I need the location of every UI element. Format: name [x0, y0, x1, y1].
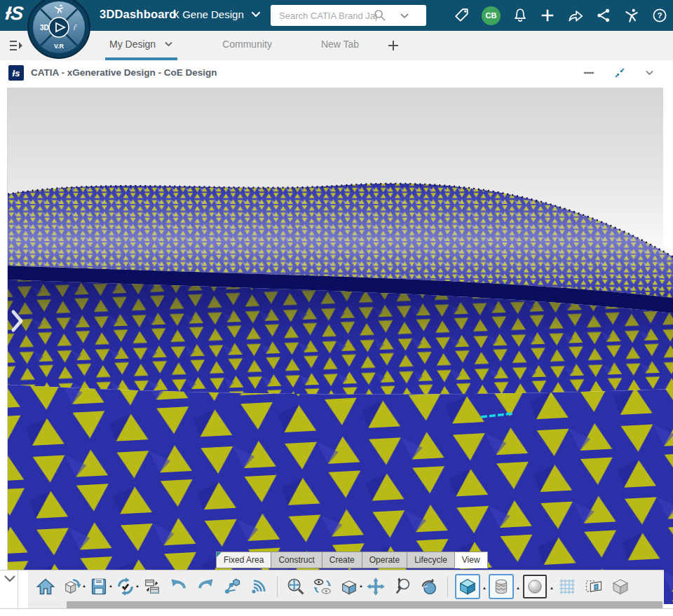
section-plane-button[interactable]: [580, 573, 607, 601]
add-tab-icon[interactable]: [387, 39, 400, 52]
pin-corner-marker: [217, 552, 222, 557]
search-scope-chevron-icon[interactable]: [400, 13, 409, 19]
mode-tab-create[interactable]: Create: [322, 552, 362, 568]
restore-button[interactable]: [611, 64, 628, 81]
home-button[interactable]: [32, 573, 59, 601]
minimize-button[interactable]: [580, 64, 597, 81]
page: Fixed Area Construct Create Operate Life…: [0, 0, 673, 616]
redo-icon: [196, 577, 215, 596]
pan-button[interactable]: [362, 573, 389, 601]
import-export-button[interactable]: [139, 573, 165, 601]
grid-icon: [557, 577, 577, 596]
shading-button[interactable]: [523, 575, 547, 598]
mode-tab-label: View: [462, 555, 480, 565]
design-graph-icon: [222, 577, 242, 596]
app-brand: 3DDashboard: [100, 8, 176, 21]
update-status-button[interactable]: ▲: [112, 573, 139, 601]
workspace-switcher[interactable]: X Gene Design: [172, 8, 261, 20]
toolbar-separator: [277, 576, 278, 597]
render-style-icon: [492, 577, 510, 596]
tab-label: My Design: [109, 39, 156, 50]
dashboard-tabs: My Design Community New Tab: [105, 31, 400, 60]
gutter-divider: [18, 570, 18, 610]
iso-view-button[interactable]: [455, 574, 480, 599]
undo-button[interactable]: [165, 573, 192, 601]
model-cube-icon: [611, 577, 630, 596]
chevron-down-icon: [251, 11, 261, 18]
workspace-label: X Gene Design: [172, 8, 244, 20]
tag-icon[interactable]: [454, 8, 470, 23]
action-toolbar: ▲ ▲ ▲: [0, 570, 664, 602]
open-model-icon: [62, 577, 82, 596]
companion-icon[interactable]: [623, 8, 640, 23]
compass-button[interactable]: 3D i' V.R: [27, 0, 91, 60]
mode-tab-lifecycle[interactable]: Lifecycle: [407, 552, 454, 568]
publish-signal-button[interactable]: [245, 573, 272, 601]
bell-icon[interactable]: [512, 8, 528, 23]
chevron-down-icon[interactable]: [164, 41, 173, 47]
toolbar-collapse-chevron-icon[interactable]: [4, 575, 16, 583]
hide-show-button[interactable]: [309, 573, 336, 601]
mode-tab-operate[interactable]: Operate: [362, 552, 407, 568]
3d-scene: [8, 88, 673, 604]
workbench-mode-tabs: Fixed Area Construct Create Operate Life…: [216, 552, 488, 568]
horizontal-scrollbar[interactable]: [28, 601, 664, 608]
pan-icon: [366, 577, 386, 596]
mode-tab-fixed-area[interactable]: Fixed Area: [216, 552, 271, 568]
help-icon[interactable]: ?: [652, 8, 667, 23]
3d-viewport[interactable]: Fixed Area Construct Create Operate Life…: [7, 88, 673, 604]
section-plane-icon: [584, 577, 604, 596]
mode-tab-view[interactable]: View: [454, 552, 488, 568]
rotate-button[interactable]: [416, 573, 442, 601]
user-avatar[interactable]: CB: [482, 6, 501, 25]
window-right-margin: [663, 60, 673, 248]
window-menu-button[interactable]: [641, 64, 658, 81]
top-bar: ƗS 3DDashboard X Gene Design CB ?: [0, 0, 673, 31]
tab-my-design[interactable]: My Design: [105, 32, 177, 60]
bottom-strip: [0, 608, 673, 616]
zoom-icon: [393, 577, 412, 596]
tab-label: Community: [222, 39, 272, 50]
search-icon[interactable]: [373, 8, 387, 22]
tab-label: New Tab: [321, 39, 359, 50]
render-style-dropdown-caret[interactable]: ▲: [516, 586, 520, 590]
save-icon: [89, 577, 109, 596]
compass-west-label[interactable]: 3D: [40, 24, 49, 32]
tab-new-tab[interactable]: New Tab: [317, 32, 363, 60]
render-style-button[interactable]: [489, 574, 514, 599]
share-icon[interactable]: [596, 8, 611, 23]
fit-all-in-button[interactable]: [283, 573, 309, 601]
grid-button[interactable]: [554, 573, 580, 601]
compass-south-label[interactable]: V.R: [54, 43, 64, 50]
forward-icon[interactable]: [567, 8, 584, 23]
design-graph-button[interactable]: [219, 573, 245, 601]
save-button[interactable]: ▲: [86, 573, 112, 601]
open-model-button[interactable]: ▲: [59, 573, 86, 601]
catia-app-icon: Ɨs: [8, 65, 24, 81]
fit-all-in-icon: [286, 577, 306, 596]
iso-view-icon: [458, 577, 477, 596]
search-input[interactable]: [278, 10, 379, 22]
zoom-button[interactable]: [389, 573, 416, 601]
model-cube-button[interactable]: [607, 573, 634, 601]
dassault-3ds-logo[interactable]: ƗS: [4, 3, 25, 25]
mode-tab-label: Operate: [369, 555, 400, 565]
app-window-bar: Ɨs CATIA - xGenerative Design - CoE Desi…: [0, 60, 673, 85]
add-icon[interactable]: [540, 8, 555, 23]
publish-signal-icon: [249, 577, 268, 596]
home-icon: [36, 577, 55, 596]
svg-text:?: ?: [657, 11, 662, 20]
rotate-icon: [419, 577, 439, 596]
toolbar-separator: [447, 576, 448, 597]
mode-tab-label: Create: [329, 555, 355, 565]
iso-view-dropdown-caret[interactable]: ▲: [482, 586, 487, 590]
import-export-icon: [142, 577, 162, 596]
panel-toggle-icon[interactable]: [8, 39, 24, 53]
view-box-button[interactable]: ▲: [336, 573, 362, 601]
mode-tab-label: Fixed Area: [224, 555, 264, 565]
shading-sphere-icon: [526, 577, 544, 596]
tab-community[interactable]: Community: [218, 32, 276, 60]
mode-tab-construct[interactable]: Construct: [271, 552, 321, 568]
redo-button[interactable]: [192, 573, 219, 601]
scrollbar-thumb[interactable]: [67, 601, 662, 608]
